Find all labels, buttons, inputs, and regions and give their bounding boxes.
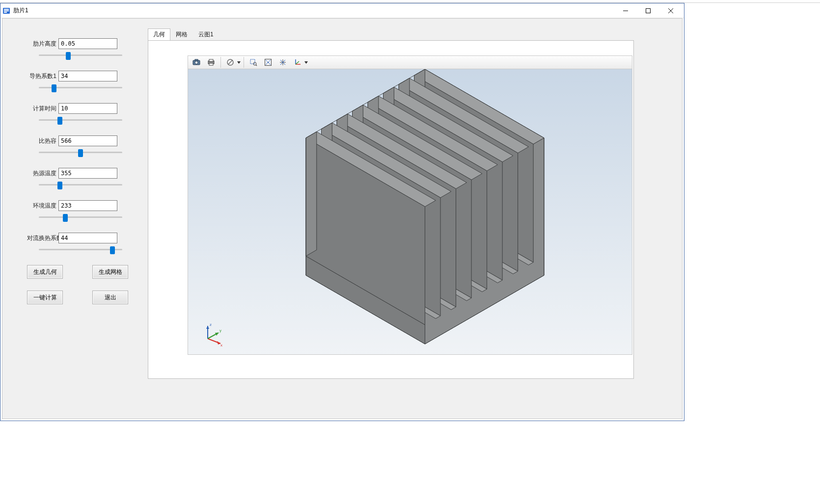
param-slider-1[interactable] — [39, 83, 122, 92]
svg-marker-16 — [237, 61, 241, 64]
param-label: 比热容 — [27, 137, 56, 145]
window-title: 肋片1 — [13, 6, 28, 15]
param-input-6[interactable] — [58, 233, 117, 243]
param-input-5[interactable] — [58, 200, 117, 211]
param-label: 环境温度 — [27, 202, 56, 210]
dropdown-caret-icon[interactable] — [237, 61, 241, 64]
no-symbol-icon[interactable] — [224, 56, 237, 68]
3d-viewport[interactable]: z y x — [188, 69, 632, 355]
svg-rect-1 — [4, 9, 9, 10]
toolbar-separator — [220, 57, 221, 68]
one-click-calc-button[interactable]: 一键计算 — [27, 291, 63, 304]
param-label: 肋片高度 — [27, 40, 56, 48]
generate-geometry-button[interactable]: 生成几何 — [27, 265, 63, 279]
svg-line-32 — [296, 61, 299, 64]
svg-point-25 — [268, 62, 269, 63]
svg-rect-3 — [4, 12, 7, 13]
svg-line-21 — [266, 60, 267, 61]
title-bar[interactable]: 肋片1 — [0, 3, 684, 18]
param-label: 对流换热系数 — [27, 234, 56, 242]
svg-marker-73 — [306, 132, 317, 256]
param-slider-4[interactable] — [39, 181, 122, 189]
param-slider-3[interactable] — [39, 148, 122, 157]
svg-line-19 — [256, 65, 257, 66]
orientation-triad[interactable]: z y x — [200, 322, 224, 346]
triad-y-label: y — [219, 328, 221, 333]
param-input-2[interactable] — [58, 103, 117, 114]
view-tabs: 几何网格云图1 — [148, 29, 219, 40]
printer-icon[interactable] — [205, 56, 218, 68]
axes-icon[interactable] — [291, 56, 304, 68]
reset-zoom-icon[interactable] — [276, 56, 289, 68]
param-slider-6[interactable] — [39, 245, 122, 254]
param-input-1[interactable] — [58, 71, 117, 81]
param-slider-2[interactable] — [39, 116, 122, 125]
svg-rect-12 — [209, 59, 213, 61]
svg-point-10 — [195, 61, 198, 64]
tab-2[interactable]: 云图1 — [193, 28, 219, 41]
triad-z-label: z — [210, 322, 212, 327]
svg-rect-17 — [250, 59, 255, 64]
svg-rect-9 — [195, 59, 198, 61]
svg-marker-79 — [217, 341, 220, 345]
app-window: 肋片1 肋片高度导热系数1计算时间比热容热源温度环境温度对流换热系数 生成几何 … — [0, 3, 684, 421]
svg-line-23 — [266, 63, 267, 65]
svg-line-22 — [269, 60, 271, 61]
maximize-button[interactable] — [637, 3, 659, 18]
graphics-toolbar — [188, 55, 632, 69]
param-label: 计算时间 — [27, 105, 56, 113]
svg-rect-2 — [4, 10, 9, 11]
svg-line-15 — [228, 60, 232, 64]
client-area: 肋片高度导热系数1计算时间比热容热源温度环境温度对流换热系数 生成几何 生成网格… — [2, 18, 683, 419]
tab-1[interactable]: 网格 — [170, 28, 193, 41]
svg-marker-78 — [206, 326, 209, 329]
toolbar-separator — [244, 57, 244, 68]
param-label: 热源温度 — [27, 169, 56, 178]
exit-button[interactable]: 退出 — [92, 291, 128, 304]
param-slider-0[interactable] — [39, 51, 122, 60]
param-label: 导热系数1 — [27, 72, 56, 80]
fit-view-icon[interactable] — [262, 56, 274, 68]
param-input-3[interactable] — [58, 135, 117, 146]
generate-mesh-button[interactable]: 生成网格 — [92, 265, 128, 279]
app-icon — [2, 7, 10, 15]
svg-rect-5 — [646, 8, 651, 13]
param-input-0[interactable] — [58, 38, 117, 49]
svg-line-24 — [269, 63, 271, 65]
camera-icon[interactable] — [190, 56, 203, 68]
parameter-panel: 肋片高度导热系数1计算时间比热容热源温度环境温度对流换热系数 生成几何 生成网格… — [27, 38, 130, 304]
param-slider-5[interactable] — [39, 213, 122, 222]
graphics-frame: z y x — [148, 40, 634, 379]
zoom-selection-icon[interactable] — [247, 56, 260, 68]
tab-0[interactable]: 几何 — [148, 28, 170, 41]
close-button[interactable] — [659, 3, 682, 18]
svg-marker-33 — [304, 61, 308, 64]
minimize-button[interactable] — [614, 3, 637, 18]
dropdown-caret-icon[interactable] — [304, 61, 308, 64]
svg-rect-13 — [209, 63, 213, 65]
param-input-4[interactable] — [58, 168, 117, 179]
triad-x-label: x — [220, 343, 222, 346]
heatsink-geometry — [188, 69, 632, 355]
